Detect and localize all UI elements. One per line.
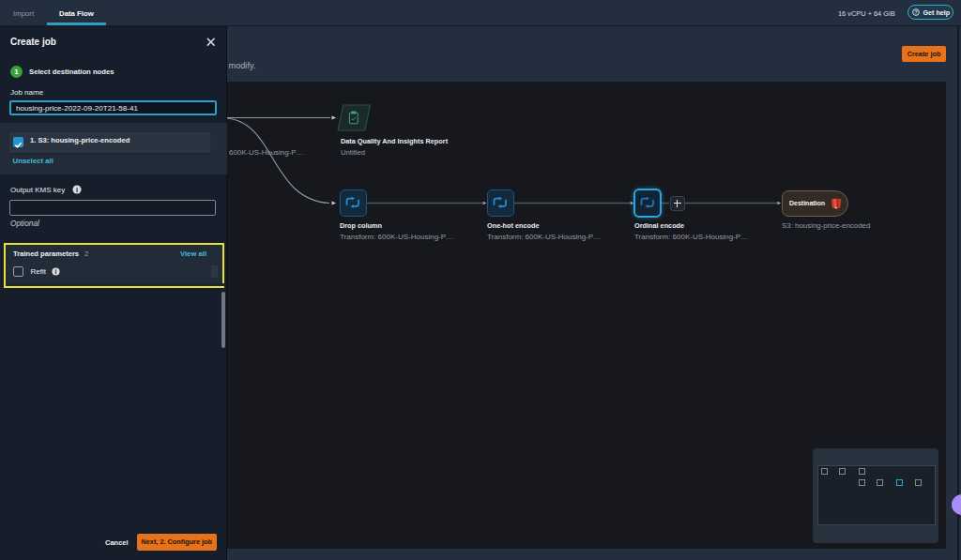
svg-text:?: ?: [914, 9, 917, 15]
svg-text:i: i: [76, 185, 78, 193]
svg-text:i: i: [54, 267, 56, 274]
